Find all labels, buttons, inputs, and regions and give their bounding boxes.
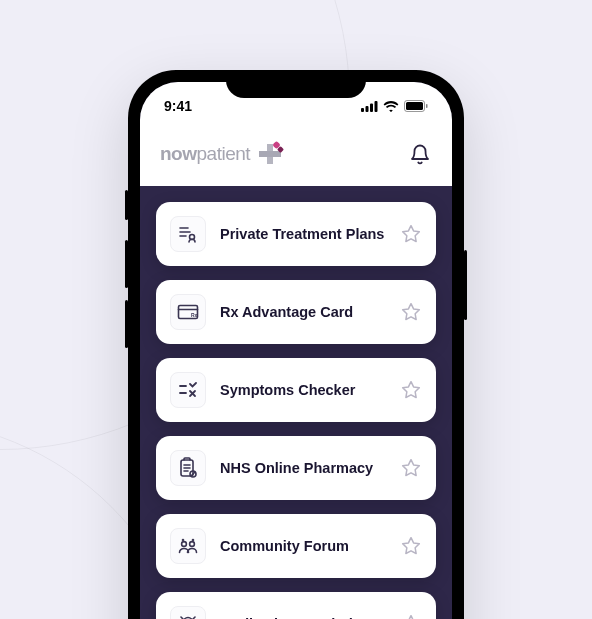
- treatment-plans-icon: [170, 216, 206, 252]
- svg-point-31: [190, 542, 195, 547]
- community-forum-icon: [170, 528, 206, 564]
- svg-rect-0: [361, 108, 364, 112]
- card-label: Symptoms Checker: [220, 381, 386, 400]
- svg-marker-22: [403, 382, 420, 398]
- status-time: 9:41: [164, 98, 192, 114]
- logo: nowpatient: [160, 140, 282, 168]
- star-icon: [401, 224, 421, 244]
- phone-notch: [226, 70, 366, 98]
- card-label: Medication Reminders: [220, 615, 386, 619]
- card-community-forum[interactable]: Community Forum: [156, 514, 436, 578]
- favorite-button[interactable]: [400, 613, 422, 619]
- svg-rect-5: [406, 102, 423, 110]
- svg-rect-6: [426, 104, 428, 108]
- favorite-button[interactable]: [400, 535, 422, 557]
- phone-screen: 9:41 nowpatient: [140, 82, 452, 619]
- favorite-button[interactable]: [400, 457, 422, 479]
- svg-point-33: [193, 540, 194, 541]
- svg-line-28: [192, 473, 195, 476]
- wifi-icon: [383, 101, 399, 112]
- battery-icon: [404, 100, 428, 112]
- cellular-signal-icon: [361, 101, 378, 112]
- star-icon: [401, 302, 421, 322]
- phone-frame: 9:41 nowpatient: [128, 70, 464, 619]
- svg-rect-3: [375, 101, 378, 112]
- medication-reminders-icon: [170, 606, 206, 619]
- svg-point-32: [183, 540, 184, 541]
- feature-list: Private Treatment Plans Rx Rx Advantage …: [140, 186, 452, 619]
- app-header: nowpatient: [140, 130, 452, 186]
- svg-rect-1: [366, 106, 369, 112]
- card-private-treatment-plans[interactable]: Private Treatment Plans: [156, 202, 436, 266]
- star-icon: [401, 536, 421, 556]
- card-label: NHS Online Pharmacy: [220, 459, 386, 478]
- svg-text:Rx: Rx: [191, 312, 198, 318]
- notifications-button[interactable]: [408, 142, 432, 166]
- svg-rect-2: [370, 103, 373, 112]
- svg-point-30: [182, 542, 187, 547]
- star-icon: [401, 380, 421, 400]
- status-icons: [361, 100, 428, 112]
- star-icon: [401, 614, 421, 619]
- star-icon: [401, 458, 421, 478]
- favorite-button[interactable]: [400, 223, 422, 245]
- card-label: Private Treatment Plans: [220, 225, 386, 244]
- card-label: Community Forum: [220, 537, 386, 556]
- logo-mark-icon: [254, 140, 282, 168]
- svg-marker-34: [403, 538, 420, 554]
- logo-text: nowpatient: [160, 143, 250, 165]
- card-nhs-online-pharmacy[interactable]: NHS Online Pharmacy: [156, 436, 436, 500]
- favorite-button[interactable]: [400, 301, 422, 323]
- symptoms-checker-icon: [170, 372, 206, 408]
- card-medication-reminders[interactable]: Medication Reminders: [156, 592, 436, 619]
- svg-marker-29: [403, 460, 420, 476]
- pharmacy-icon: [170, 450, 206, 486]
- favorite-button[interactable]: [400, 379, 422, 401]
- card-symptoms-checker[interactable]: Symptoms Checker: [156, 358, 436, 422]
- svg-marker-13: [403, 226, 420, 242]
- card-rx-advantage-card[interactable]: Rx Rx Advantage Card: [156, 280, 436, 344]
- rx-card-icon: Rx: [170, 294, 206, 330]
- svg-marker-17: [403, 304, 420, 320]
- bell-icon: [410, 143, 430, 165]
- card-label: Rx Advantage Card: [220, 303, 386, 322]
